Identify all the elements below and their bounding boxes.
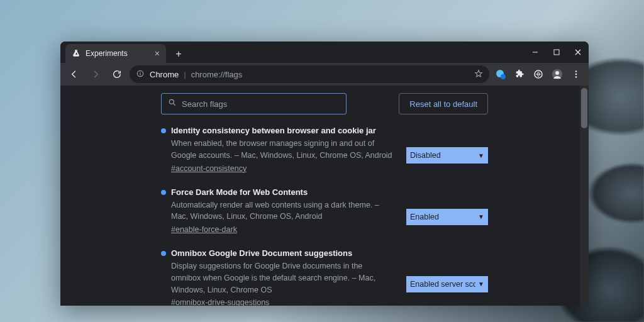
url-text: chrome://flags xyxy=(191,70,243,79)
site-settings-icon[interactable] xyxy=(136,69,145,80)
flag-item: Force Dark Mode for Web Contents Automat… xyxy=(161,187,488,235)
address-bar[interactable]: Chrome | chrome://flags xyxy=(130,65,489,83)
flag-hash-link[interactable]: #omnibox-drive-suggestions xyxy=(171,298,269,306)
svg-point-11 xyxy=(555,71,559,75)
svg-rect-1 xyxy=(554,50,559,55)
flag-description: Display suggestions for Google Drive doc… xyxy=(171,260,394,296)
toolbar: Chrome | chrome://flags xyxy=(60,63,589,86)
flag-hash-link[interactable]: #account-consistency xyxy=(171,164,247,173)
flag-title: Identity consistency between browser and… xyxy=(171,126,376,135)
flag-state-select[interactable]: Enabled ▼ xyxy=(406,209,488,225)
close-window-button[interactable] xyxy=(567,42,589,63)
modified-dot-icon xyxy=(161,251,166,256)
window-controls xyxy=(525,42,589,63)
flag-state-value: Disabled xyxy=(410,151,441,160)
extension-icon-1[interactable] xyxy=(493,67,508,82)
flag-item: Identity consistency between browser and… xyxy=(161,126,488,174)
minimize-button[interactable] xyxy=(525,42,546,63)
flag-state-select[interactable]: Disabled ▼ xyxy=(406,147,488,164)
maximize-button[interactable] xyxy=(546,42,567,63)
svg-point-8 xyxy=(501,74,506,79)
flag-description: Automatically render all web contents us… xyxy=(171,199,394,223)
flag-item: Omnibox Google Drive Document suggestion… xyxy=(161,248,488,306)
modified-dot-icon xyxy=(161,190,166,195)
reset-all-button[interactable]: Reset all to default xyxy=(399,93,488,114)
bookmark-star-icon[interactable] xyxy=(474,69,483,80)
flag-hash-link[interactable]: #enable-force-dark xyxy=(171,225,237,234)
url-separator: | xyxy=(184,70,186,79)
tab-strip: Experiments × + xyxy=(60,42,589,63)
modified-dot-icon xyxy=(161,128,166,133)
profile-avatar[interactable] xyxy=(550,67,565,82)
flag-state-value: Enabled server sco xyxy=(410,280,475,289)
scrollbar-thumb[interactable] xyxy=(581,88,587,128)
search-flags-box[interactable] xyxy=(161,93,347,114)
reload-button[interactable] xyxy=(108,65,126,83)
tab-title: Experiments xyxy=(86,49,128,58)
forward-button[interactable] xyxy=(87,65,104,83)
search-icon xyxy=(168,98,177,109)
chevron-down-icon: ▼ xyxy=(478,280,484,287)
back-button[interactable] xyxy=(65,65,83,83)
page-content: Reset all to default Identity consistenc… xyxy=(60,86,589,306)
extensions-icon[interactable] xyxy=(512,67,527,82)
svg-point-13 xyxy=(575,74,577,75)
flag-state-select[interactable]: Enabled server sco ▼ xyxy=(406,276,488,292)
flask-icon xyxy=(72,49,80,58)
extension-icon-2[interactable] xyxy=(531,67,546,82)
scrollbar[interactable] xyxy=(580,86,589,306)
flag-state-value: Enabled xyxy=(410,213,439,221)
flag-title: Omnibox Google Drive Document suggestion… xyxy=(171,248,352,258)
chevron-down-icon: ▼ xyxy=(478,213,484,220)
chevron-down-icon: ▼ xyxy=(478,152,484,159)
menu-button[interactable] xyxy=(569,67,584,82)
svg-point-14 xyxy=(575,76,577,78)
svg-line-16 xyxy=(174,104,175,106)
svg-point-12 xyxy=(575,70,577,72)
svg-point-15 xyxy=(169,99,174,104)
browser-window: Experiments × + xyxy=(60,42,589,306)
tab-experiments[interactable]: Experiments × xyxy=(65,44,166,63)
new-tab-button[interactable]: + xyxy=(170,45,187,63)
url-scheme: Chrome xyxy=(150,70,179,79)
flag-title: Force Dark Mode for Web Contents xyxy=(171,187,308,197)
search-input[interactable] xyxy=(182,99,340,109)
close-icon[interactable]: × xyxy=(155,48,160,58)
flag-description: When enabled, the browser manages signin… xyxy=(171,138,394,162)
